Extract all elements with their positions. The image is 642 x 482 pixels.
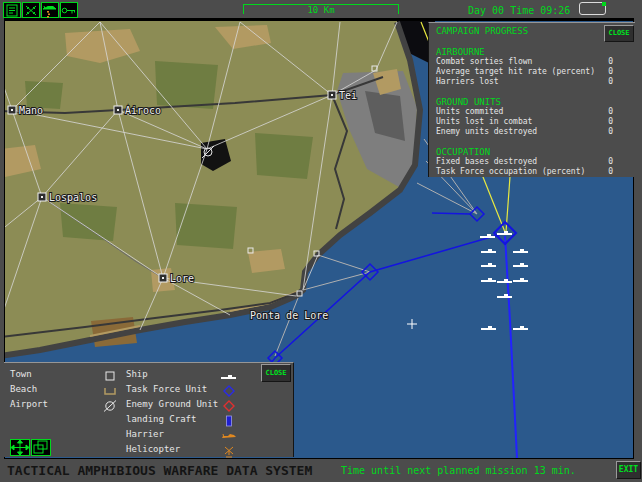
legend-label-left-1: Beach [10,383,37,396]
stat-label: Task Force occupation (percent) [436,167,585,177]
stat-label: Fixed bases destroyed [436,157,537,167]
airport-icon [100,398,120,417]
campaign-progress-panel: CAMPAIGN PROGRESS CLOSE AIRBOURNECombat … [428,22,635,177]
campaign-section-header: GROUND UNITS [436,97,635,107]
monitor-icon[interactable] [579,2,606,15]
combat-swords-icon[interactable] [22,2,40,18]
legend-label-left-2: Airport [10,398,48,411]
stat-label: Average target hit rate (percent) [436,67,595,77]
map-scale-bar: 10 Km [243,4,399,14]
exit-button[interactable]: EXIT [616,461,641,479]
stat-value: 0 [608,157,613,167]
map-legend-panel: CLOSE TownBeachAirportShipTask Force Uni… [4,362,294,457]
town-marker[interactable]: Airoco [114,105,161,116]
stat-value: 0 [608,57,613,67]
campaign-stat-row: Average target hit rate (percent)0 [436,67,635,77]
town-marker[interactable]: Tei [328,90,357,101]
map-scale-label: 10 Km [244,5,398,15]
stat-value: 0 [608,117,613,127]
legend-label-right-3: landing Craft [126,413,196,426]
stat-value: 0 [608,167,613,177]
town-label: Airoco [125,105,161,116]
town-label: Lore [170,273,194,284]
stat-value: 0 [608,67,613,77]
town-label: Mano [19,105,43,116]
campaign-stat-row: Units lost in combat0 [436,117,635,127]
campaign-stat-row: Enemy units destroyed0 [436,127,635,137]
mission-countdown-text: Time until next planned mission 13 min. [341,465,576,476]
stat-label: Units commited [436,107,503,117]
legend-label-right-5: Helicopter [126,443,180,456]
bottom-status-bar: TACTICAL AMPHIBIOUS WARFARE DATA SYSTEM … [0,459,642,482]
airstrike-icon[interactable] [41,2,59,18]
legend-close-button[interactable]: CLOSE [261,364,291,382]
top-toolbar: 10 Km Day 00 Time 09:26 [0,0,642,18]
stat-label: Harriers lost [436,77,499,87]
stat-label: Enemy units destroyed [436,127,537,137]
stat-value: 0 [608,127,613,137]
system-title: TACTICAL AMPHIBIOUS WARFARE DATA SYSTEM [7,463,312,478]
map-label: Ponta de Lore [250,310,328,321]
campaign-close-button[interactable]: CLOSE [604,25,634,42]
pan-arrows-icon[interactable] [10,439,30,456]
town-label: Tei [339,90,357,101]
campaign-section-header: AIRBOURNE [436,47,635,57]
stat-label: Combat sorties flown [436,57,532,67]
campaign-stat-row: Combat sorties flown0 [436,57,635,67]
town-label: Lospalos [49,192,97,203]
campaign-stat-row: Fixed bases destroyed0 [436,157,635,167]
campaign-stat-row: Harriers lost0 [436,77,635,87]
campaign-stat-row: Units commited0 [436,107,635,117]
legend-label-right-4: Harrier [126,428,164,441]
stat-label: Units lost in combat [436,117,532,127]
stat-value: 0 [608,77,613,87]
tawds-screen: { "colors": { "accent_green": "#00d81c",… [0,0,642,482]
windows-icon[interactable] [31,439,51,456]
town-marker[interactable]: Lore [159,273,194,284]
key-icon[interactable] [60,2,78,18]
legend-label-left-0: Town [10,368,32,381]
legend-label-right-2: Enemy Ground Unit [126,398,218,411]
stat-value: 0 [608,107,613,117]
campaign-section-header: OCCUPATION [436,147,635,157]
legend-label-right-0: Ship [126,368,148,381]
campaign-stat-row: Task Force occupation (percent)0 [436,167,635,177]
legend-label-right-1: Task Force Unit [126,383,207,396]
day-time-display: Day 00 Time 09:26 [468,5,570,16]
town-marker[interactable]: Mano [8,105,43,116]
mission-report-icon[interactable] [3,2,21,18]
